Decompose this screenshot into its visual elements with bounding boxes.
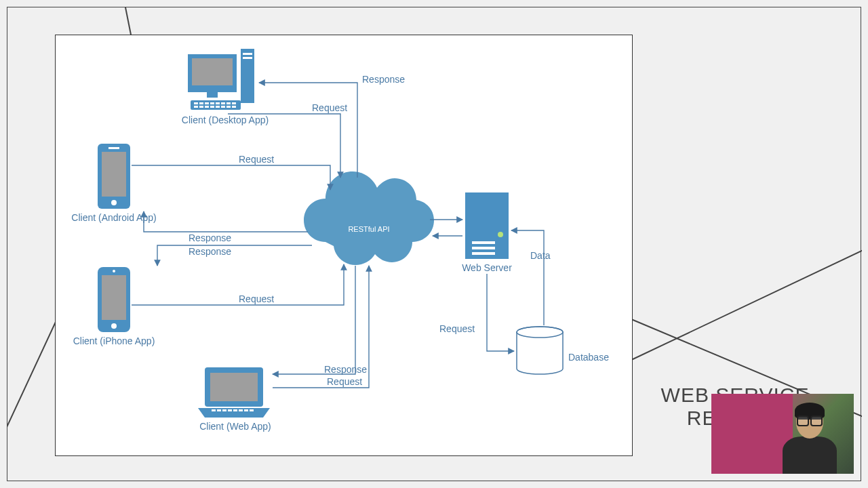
svg-rect-30	[108, 147, 119, 149]
svg-rect-15	[216, 102, 220, 104]
svg-rect-11	[194, 102, 198, 104]
svg-rect-22	[210, 106, 214, 108]
svg-point-33	[111, 323, 117, 329]
svg-rect-28	[102, 152, 126, 197]
svg-rect-47	[472, 241, 495, 244]
iphone-icon	[98, 267, 130, 332]
android-icon	[98, 144, 130, 209]
cloud-label: RESTful API	[348, 225, 389, 233]
svg-rect-25	[226, 106, 231, 108]
database-label: Database	[568, 352, 609, 363]
diagram-svg: Client (Desktop App) Client (Android App…	[56, 35, 632, 455]
lbl-webapp-response: Response	[324, 364, 367, 375]
svg-rect-13	[205, 102, 209, 104]
server-label: Web Server	[462, 262, 512, 273]
database-icon	[517, 327, 563, 374]
edge-android-request	[132, 165, 330, 190]
webcam-overlay	[711, 394, 854, 474]
svg-rect-20	[199, 106, 203, 108]
lbl-desktop-response: Response	[362, 74, 405, 85]
svg-rect-42	[239, 409, 243, 411]
svg-rect-39	[222, 409, 226, 411]
svg-rect-5	[243, 53, 252, 55]
svg-rect-41	[233, 409, 237, 411]
lbl-db-data: Data	[530, 250, 551, 261]
svg-rect-23	[216, 106, 220, 108]
diagram: Client (Desktop App) Client (Android App…	[55, 35, 633, 456]
lbl-desktop-request: Request	[312, 102, 347, 113]
svg-point-29	[111, 200, 117, 205]
edge-server-db	[487, 274, 514, 351]
svg-rect-24	[221, 106, 225, 108]
svg-rect-14	[210, 102, 214, 104]
svg-point-34	[113, 270, 115, 272]
svg-rect-37	[212, 409, 216, 411]
desktop-label: Client (Desktop App)	[182, 115, 269, 125]
svg-rect-32	[102, 275, 126, 320]
lbl-android-response: Response	[189, 232, 231, 243]
svg-rect-17	[226, 102, 231, 104]
svg-rect-18	[232, 102, 236, 104]
edge-android-response	[144, 211, 308, 232]
server-icon	[465, 192, 509, 259]
edge-db-server	[511, 230, 544, 325]
desktop-icon	[188, 49, 254, 110]
svg-rect-21	[205, 106, 209, 108]
svg-rect-9	[207, 92, 218, 98]
svg-rect-43	[244, 409, 248, 411]
svg-rect-49	[472, 252, 495, 255]
lbl-server-db-request: Request	[439, 323, 475, 334]
svg-line-2	[631, 238, 862, 360]
svg-rect-16	[221, 102, 225, 104]
edge-webapp-response	[273, 266, 355, 374]
svg-rect-6	[243, 57, 252, 59]
edge-iphone-response	[157, 245, 312, 266]
svg-rect-10	[191, 100, 241, 110]
slide-frame: Client (Desktop App) Client (Android App…	[7, 7, 861, 481]
laptop-icon	[198, 367, 270, 418]
cloud-icon	[304, 171, 434, 265]
svg-rect-12	[199, 102, 203, 104]
webapp-label: Client (Web App)	[199, 421, 271, 432]
lbl-iphone-response: Response	[189, 246, 231, 257]
lbl-webapp-request: Request	[327, 376, 362, 387]
svg-rect-44	[250, 409, 254, 411]
svg-point-46	[498, 232, 503, 237]
svg-rect-19	[194, 106, 198, 108]
svg-rect-8	[192, 58, 233, 85]
svg-rect-26	[232, 106, 236, 108]
lbl-android-request: Request	[239, 154, 274, 165]
lbl-iphone-request: Request	[239, 293, 274, 304]
svg-rect-40	[228, 409, 232, 411]
iphone-label: Client (iPhone App)	[73, 336, 155, 346]
svg-rect-48	[472, 247, 495, 249]
svg-rect-36	[210, 373, 258, 401]
edge-iphone-request	[132, 264, 344, 305]
svg-rect-38	[217, 409, 221, 411]
